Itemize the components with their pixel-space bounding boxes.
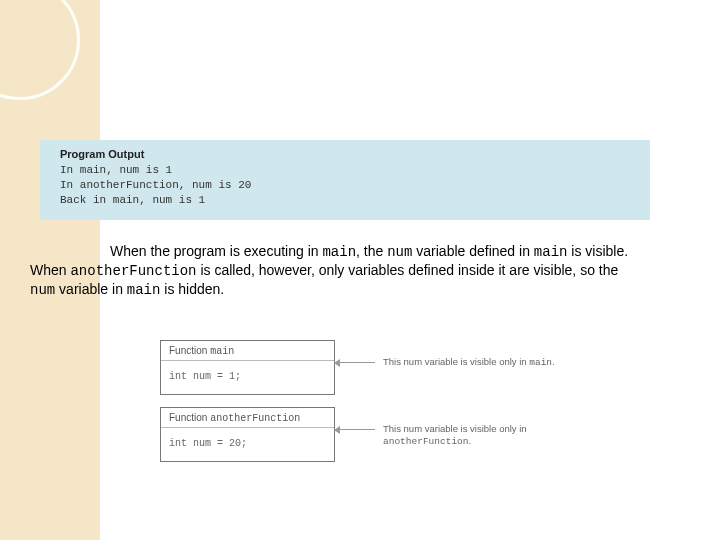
function-head-prefix: Function (169, 412, 210, 423)
decorative-circle-outline (0, 0, 80, 100)
caption-text: . (552, 356, 555, 367)
caption-code: main (529, 357, 552, 368)
function-box-header: Function main (161, 341, 334, 361)
function-head-prefix: Function (169, 345, 210, 356)
caption-text: . (469, 435, 472, 446)
para-text: is called, however, only variables defin… (197, 262, 619, 278)
caption-text: This num variable is visible only in (383, 356, 529, 367)
scope-diagram: Function main int num = 1; This num vari… (160, 340, 620, 474)
para-code: num (387, 244, 412, 260)
function-box-header: Function anotherFunction (161, 408, 334, 428)
function-box-another: Function anotherFunction int num = 20; (160, 407, 335, 462)
para-text: variable defined in (412, 243, 533, 259)
diagram-row-another: Function anotherFunction int num = 20; T… (160, 407, 620, 462)
caption-code: anotherFunction (383, 436, 469, 447)
explanation-paragraph: When the program is executing in main, t… (30, 242, 630, 300)
function-head-name: anotherFunction (210, 413, 300, 424)
para-text: When the program is executing in (110, 243, 322, 259)
diagram-caption: This num variable is visible only in ano… (383, 423, 573, 449)
caption-text: This num variable is visible only in (383, 423, 527, 434)
diagram-caption: This num variable is visible only in mai… (383, 356, 573, 369)
arrow-icon (339, 362, 375, 363)
para-code: main (534, 244, 568, 260)
para-text: is hidden. (160, 281, 224, 297)
para-code: anotherFunction (70, 263, 196, 279)
program-output-block: Program Output In main, num is 1 In anot… (40, 140, 650, 220)
para-text: variable in (55, 281, 127, 297)
function-box-body: int num = 1; (161, 361, 334, 394)
para-code: main (127, 282, 161, 298)
arrow-icon (339, 429, 375, 430)
diagram-row-main: Function main int num = 1; This num vari… (160, 340, 620, 395)
function-head-name: main (210, 346, 234, 357)
para-code: num (30, 282, 55, 298)
function-box-main: Function main int num = 1; (160, 340, 335, 395)
para-code: main (322, 244, 356, 260)
function-box-body: int num = 20; (161, 428, 334, 461)
output-title: Program Output (60, 148, 634, 160)
para-text: , the (356, 243, 387, 259)
output-lines: In main, num is 1 In anotherFunction, nu… (60, 163, 634, 208)
